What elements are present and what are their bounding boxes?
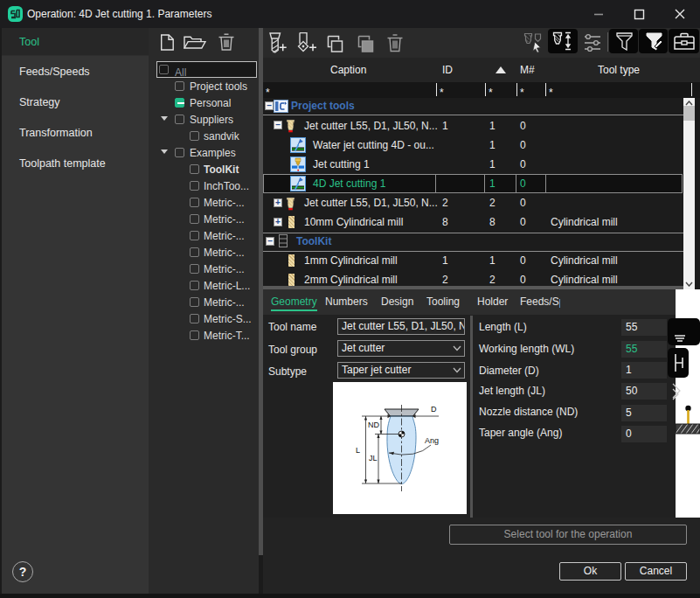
svg-text:JL: JL (369, 454, 378, 462)
svg-text:Ang: Ang (425, 436, 439, 445)
svg-text:L: L (356, 446, 360, 455)
svg-text:D: D (431, 405, 437, 414)
svg-text:ND: ND (368, 421, 379, 429)
